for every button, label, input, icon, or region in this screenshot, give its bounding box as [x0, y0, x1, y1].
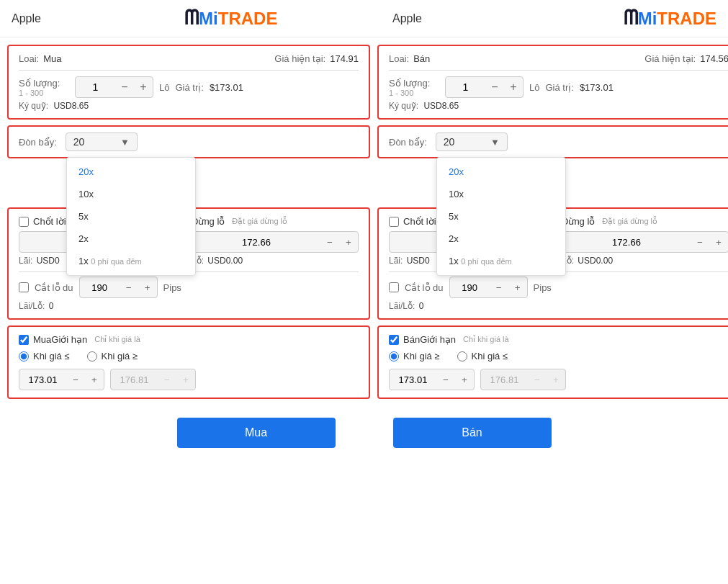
left-chot-loi-checkbox[interactable] [19, 217, 29, 227]
left-limit-input-1[interactable] [19, 371, 66, 389]
right-limit-minus-1[interactable]: − [436, 369, 455, 390]
right-catlo-checkbox[interactable] [389, 282, 399, 292]
right-limit-plus-1[interactable]: + [455, 369, 474, 390]
left-catlo-row: Cắt lỗ du − + Pips [19, 277, 359, 298]
right-dung-lo-plus[interactable]: + [709, 232, 728, 252]
left-dung-lo-input[interactable] [192, 233, 320, 251]
right-catlo-plus[interactable]: + [508, 277, 527, 297]
left-limit-stepper-2[interactable]: − + [110, 369, 196, 390]
right-limit-stepper-2[interactable]: − + [480, 369, 566, 390]
logo-mi-right: Mi [638, 9, 657, 29]
buy-button[interactable]: Mua [177, 418, 336, 448]
right-lailo-value: 0 [419, 301, 424, 311]
right-limit-stepper-1[interactable]: − + [389, 369, 475, 390]
right-dung-lo-input[interactable] [562, 233, 691, 251]
right-dung-lo-minus[interactable]: − [691, 232, 709, 252]
left-dropdown-item-10x[interactable]: 10x [67, 183, 195, 205]
left-limit-plus-2[interactable]: + [176, 369, 195, 390]
right-dropdown-item-20x[interactable]: 20x [437, 161, 565, 183]
right-gia-label: Giá hiện tại: [644, 53, 696, 64]
left-stepper[interactable]: − + [75, 76, 153, 98]
left-qty-input[interactable] [76, 78, 115, 96]
right-radio-2[interactable] [457, 351, 467, 361]
left-qty-plus[interactable]: + [134, 77, 153, 97]
right-limit-input-2[interactable] [481, 371, 528, 389]
left-radio-1[interactable] [19, 351, 29, 361]
right-qty-minus[interactable]: − [485, 77, 504, 97]
left-catlo-input[interactable] [80, 279, 120, 297]
left-dropdown-item-20x[interactable]: 20x [67, 161, 195, 183]
right-lo-label: Lô [529, 82, 539, 93]
left-limit-inputs: − + − + [19, 369, 359, 390]
right-section-2: Đòn bẩy: 20 ▼ 20x 10x 5x 2x 1x 0 phí qua… [377, 125, 728, 158]
right-limit-input-1[interactable] [390, 371, 436, 389]
right-dropdown-item-10x[interactable]: 10x [437, 183, 565, 205]
right-limit-header: BánGiới hạn Chỉ khi giá là [389, 334, 728, 345]
right-lai-value: USD0 [407, 256, 430, 266]
left-limit-checkbox[interactable] [19, 335, 29, 345]
sell-button[interactable]: Bán [393, 418, 552, 448]
right-catlo-input[interactable] [450, 279, 490, 297]
right-stepper[interactable]: − + [445, 76, 523, 98]
left-leverage-select[interactable]: 20 ▼ [66, 132, 138, 151]
right-leverage-select[interactable]: 20 ▼ [436, 132, 508, 151]
left-gia-tri-label: Giá trị: [175, 82, 203, 93]
right-catlo-minus[interactable]: − [490, 277, 508, 297]
right-dropdown-item-2x[interactable]: 2x [437, 228, 565, 250]
left-catlo-stepper[interactable]: − + [79, 277, 158, 298]
left-lo-result-value: USD0.00 [207, 256, 243, 266]
right-lo-result-value: USD0.00 [578, 256, 613, 266]
right-limit-minus-2[interactable]: − [528, 369, 547, 390]
left-lailo-label: Lãi/Lỗ: [19, 301, 45, 311]
left-radio-option-2[interactable]: Khi giá ≥ [87, 351, 138, 361]
right-radio-2-label: Khi giá ≤ [472, 351, 508, 361]
right-dropdown-item-5x[interactable]: 5x [437, 205, 565, 228]
right-pips-label: Pips [534, 282, 552, 293]
right-dung-lo-stepper[interactable]: − + [562, 231, 728, 253]
left-limit-minus-2[interactable]: − [158, 369, 176, 390]
left-dung-lo-minus[interactable]: − [320, 232, 339, 252]
left-radio-option-1[interactable]: Khi giá ≤ [19, 351, 70, 361]
right-leverage-row: Đòn bẩy: 20 ▼ [389, 132, 728, 151]
left-dropdown-item-1x[interactable]: 1x 0 phí qua đêm [67, 250, 195, 272]
right-qty-plus[interactable]: + [504, 77, 523, 97]
left-limit-minus-1[interactable]: − [66, 369, 85, 390]
right-gia-tri-value: $173.01 [580, 82, 614, 93]
right-limit-title: BánGiới hạn [403, 334, 456, 345]
left-catlo-checkbox[interactable] [19, 282, 29, 292]
left-radio-2[interactable] [87, 351, 97, 361]
left-dung-lo-stepper[interactable]: − + [192, 231, 359, 253]
left-limit-input-2[interactable] [111, 371, 158, 389]
header: Apple ᗰ Mi TRADE Apple ᗰ Mi TRADE [0, 0, 728, 37]
left-so-luong-label: Số lượng: [19, 78, 69, 89]
right-radio-1[interactable] [389, 351, 399, 361]
left-limit-stepper-1[interactable]: − + [19, 369, 104, 390]
right-catlo-stepper[interactable]: − + [449, 277, 528, 298]
right-chot-loi-checkbox[interactable] [389, 217, 399, 227]
right-limit-checkbox[interactable] [389, 335, 399, 345]
left-dung-lo-col: Dừng lỗ Đặt giá dừng lỗ − + Lỗ: USD0.00 [192, 216, 359, 266]
right-radio-option-1[interactable]: Khi giá ≥ [389, 351, 440, 361]
left-limit-plus-1[interactable]: + [85, 369, 104, 390]
right-dat-gia-label: Đặt giá dừng lỗ [602, 217, 657, 226]
left-dropdown-item-2x[interactable]: 2x [67, 228, 195, 250]
right-dropdown-item-1x[interactable]: 1x 0 phí qua đêm [437, 250, 565, 272]
left-leverage-value: 20 [73, 136, 85, 148]
left-catlo-minus[interactable]: − [120, 277, 138, 297]
right-qty-input[interactable] [446, 78, 485, 96]
left-lai-value: USD0 [37, 256, 60, 266]
left-gia-value: 174.91 [330, 53, 359, 64]
left-dung-lo-label: Dừng lỗ [192, 216, 225, 227]
left-leverage-dropdown: 20x 10x 5x 2x 1x 0 phí qua đêm [66, 157, 196, 276]
left-leverage-row: Đòn bẩy: 20 ▼ [19, 132, 359, 151]
right-radio-option-2[interactable]: Khi giá ≤ [457, 351, 508, 361]
right-limit-plus-2[interactable]: + [547, 369, 565, 390]
left-qty-minus[interactable]: − [115, 77, 134, 97]
left-dropdown-item-5x[interactable]: 5x [67, 205, 195, 228]
left-catlo-plus[interactable]: + [138, 277, 157, 297]
right-leverage-value: 20 [444, 136, 455, 148]
left-info-row: Loai: Mua Giá hiện tại: 174.91 [19, 53, 359, 71]
left-dung-lo-plus[interactable]: + [339, 232, 358, 252]
right-dung-lo-col: Dừng lỗ Đặt giá dừng lỗ − + Lỗ: USD0.00 [562, 216, 728, 266]
right-so-luong-label: Số lượng: [389, 78, 439, 89]
